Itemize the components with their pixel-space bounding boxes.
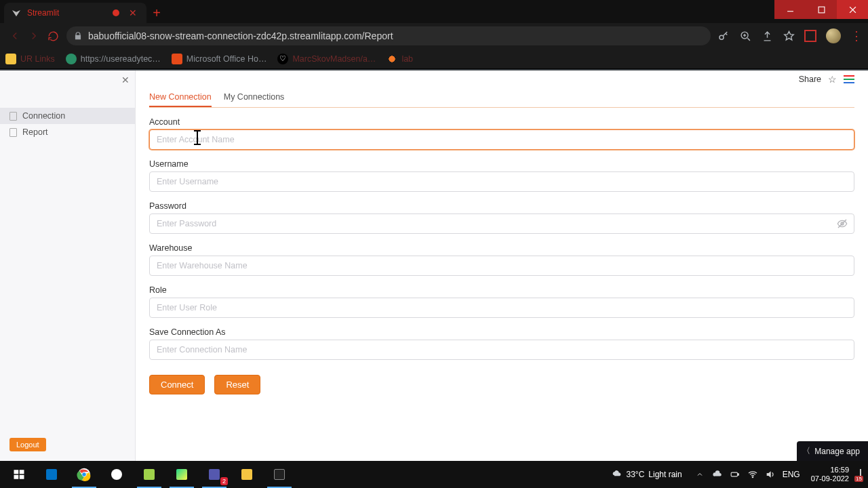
connect-button[interactable]: Connect	[149, 375, 205, 394]
svg-rect-1	[818, 7, 825, 13]
save-as-input[interactable]	[149, 340, 854, 360]
streamlit-favicon-icon	[11, 7, 22, 18]
bookmark-ur-links[interactable]: UR Links	[5, 54, 55, 64]
svg-point-4	[719, 35, 724, 39]
username-input[interactable]	[149, 171, 854, 192]
forward-button[interactable]	[24, 26, 43, 45]
svg-point-13	[82, 472, 86, 476]
svg-rect-14	[731, 472, 737, 476]
reset-button[interactable]: Reset	[214, 375, 260, 394]
profile-avatar[interactable]	[826, 28, 841, 43]
svg-rect-8	[14, 470, 19, 474]
reload-button[interactable]	[43, 26, 62, 45]
sidebar-item-connection[interactable]: Connection	[0, 108, 135, 124]
teams-badge: 2	[220, 477, 228, 485]
bookmark-star-icon[interactable]	[783, 30, 795, 42]
browser-titlebar: Streamlit ✕ +	[0, 0, 868, 23]
clock-date: 07-09-2022	[811, 474, 849, 483]
toggle-password-visibility-icon[interactable]	[837, 218, 848, 232]
tab-close-button[interactable]: ✕	[126, 7, 140, 18]
sidebar: ✕ Connection Report Logout	[0, 70, 136, 461]
svg-rect-11	[20, 475, 24, 479]
address-bar[interactable]: babuofficial08-snow-stream-connection-zd…	[66, 26, 711, 45]
tray-chevron-up-icon[interactable]	[694, 469, 705, 480]
browser-tab[interactable]: Streamlit ✕	[4, 3, 146, 23]
taskbar-outlook[interactable]	[35, 461, 68, 488]
save-as-label: Save Connection As	[149, 327, 854, 337]
connection-tabs: New Connection My Connections	[149, 88, 854, 108]
onedrive-icon[interactable]	[712, 469, 723, 480]
taskbar-chrome[interactable]	[68, 461, 100, 488]
taskbar-app1[interactable]	[100, 461, 133, 488]
svg-rect-10	[14, 475, 19, 479]
zoom-icon[interactable]	[739, 30, 751, 42]
weather-icon	[612, 469, 623, 480]
taskbar-cmd[interactable]	[263, 461, 296, 488]
tab-title: Streamlit	[27, 8, 113, 18]
page-icon	[9, 128, 17, 137]
manage-app-button[interactable]: 〈 Manage app	[797, 441, 868, 461]
notifications-button[interactable]: 15	[860, 470, 861, 479]
tab-my-connections[interactable]: My Connections	[224, 88, 285, 107]
taskbar-pycharm[interactable]	[165, 461, 198, 488]
password-input[interactable]	[149, 214, 854, 234]
window-close-button[interactable]	[837, 0, 868, 19]
favorite-star-icon[interactable]: ☆	[828, 74, 837, 85]
role-label: Role	[149, 285, 854, 295]
github-icon: ♡	[277, 54, 288, 64]
window-maximize-button[interactable]	[806, 0, 837, 19]
address-text: babuofficial08-snow-stream-connection-zd…	[88, 30, 393, 41]
warehouse-label: Warehouse	[149, 243, 854, 253]
window-controls	[774, 0, 868, 19]
weather-desc: Light rain	[648, 470, 682, 479]
back-button[interactable]	[5, 26, 24, 45]
account-input-wrap	[149, 129, 854, 150]
sidebar-item-label: Report	[22, 127, 48, 137]
account-label: Account	[149, 117, 854, 127]
streamlit-header: Share ☆	[149, 70, 854, 88]
volume-icon[interactable]	[765, 469, 776, 480]
recording-indicator-icon	[113, 9, 119, 16]
notification-icon: 15	[860, 469, 861, 480]
tab-new-connection[interactable]: New Connection	[149, 88, 212, 107]
password-label: Password	[149, 201, 854, 211]
bookmark-usereadytec[interactable]: https://usereadytec…	[66, 54, 161, 64]
clock[interactable]: 16:59 07-09-2022	[811, 466, 849, 483]
extensions-icon[interactable]	[804, 30, 816, 42]
language-indicator[interactable]: ENG	[783, 470, 800, 479]
weather-widget[interactable]: 33°C Light rain	[612, 469, 682, 480]
system-tray: 33°C Light rain ENG 16:59 07-09-2022 15	[612, 466, 865, 483]
office-icon	[172, 54, 182, 64]
taskbar-notepadpp[interactable]	[133, 461, 165, 488]
clock-time: 16:59	[811, 466, 849, 474]
weather-temp: 33°C	[627, 470, 645, 479]
sidebar-nav: Connection Report	[0, 108, 135, 140]
jupyter-icon	[387, 54, 397, 64]
password-key-icon[interactable]	[717, 30, 730, 42]
taskbar-teams[interactable]: 2	[198, 461, 231, 488]
logout-button[interactable]: Logout	[9, 438, 46, 451]
warehouse-input[interactable]	[149, 256, 854, 276]
browser-menu-button[interactable]: ⋮	[850, 30, 863, 42]
bookmark-lab[interactable]: lab	[387, 54, 413, 64]
streamlit-menu-button[interactable]	[844, 75, 854, 83]
start-button[interactable]	[3, 461, 35, 488]
share-button[interactable]: Share	[799, 75, 821, 84]
bookmark-github-repo[interactable]: ♡ MarcSkovMadsen/a…	[277, 54, 376, 64]
text-cursor-icon	[197, 130, 198, 145]
window-minimize-button[interactable]	[774, 0, 806, 19]
wifi-icon[interactable]	[747, 469, 758, 480]
battery-icon[interactable]	[730, 469, 741, 480]
sidebar-close-button[interactable]: ✕	[121, 75, 130, 85]
sidebar-item-report[interactable]: Report	[0, 124, 135, 140]
new-tab-button[interactable]: +	[146, 3, 167, 23]
bookmarks-bar: UR Links https://usereadytec… Microsoft …	[0, 49, 868, 69]
bookmark-ms-office[interactable]: Microsoft Office Ho…	[172, 54, 267, 64]
folder-icon	[5, 54, 16, 64]
account-input[interactable]	[149, 129, 854, 150]
role-input[interactable]	[149, 298, 854, 318]
taskbar-explorer[interactable]	[231, 461, 263, 488]
share-link-icon[interactable]	[761, 30, 773, 42]
manage-app-label: Manage app	[814, 447, 860, 456]
browser-toolbar: babuofficial08-snow-stream-connection-zd…	[0, 23, 868, 49]
